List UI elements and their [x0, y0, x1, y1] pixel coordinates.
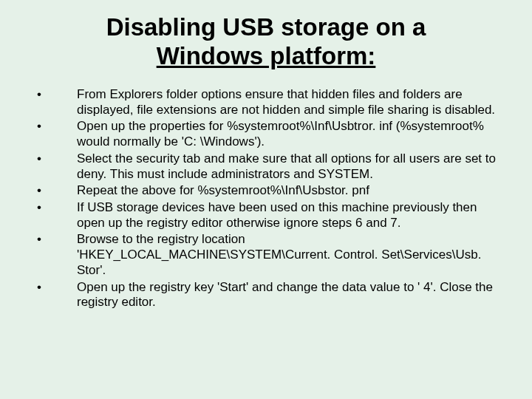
list-item: If USB storage devices have been used on…	[33, 200, 499, 231]
list-item: Browse to the registry location 'HKEY_LO…	[33, 232, 499, 278]
list-item: Open up the properties for %systemroot%\…	[33, 119, 499, 149]
slide-title: Disabling USB storage on a Windows platf…	[33, 13, 499, 71]
list-item: From Explorers folder options ensure tha…	[33, 87, 499, 117]
bullet-list: From Explorers folder options ensure tha…	[33, 87, 499, 310]
list-item: Select the security tab and make sure th…	[33, 151, 499, 182]
bullet-text: Open up the registry key 'Start' and cha…	[77, 280, 493, 310]
title-line-1: Disabling USB storage on a	[106, 13, 426, 41]
bullet-text: Open up the properties for %systemroot%\…	[77, 119, 484, 149]
bullet-text: Repeat the above for %systemroot%\Inf\Us…	[77, 183, 369, 197]
bullet-text: From Explorers folder options ensure tha…	[77, 87, 495, 117]
bullet-text: If USB storage devices have been used on…	[77, 200, 477, 230]
list-item: Open up the registry key 'Start' and cha…	[33, 280, 499, 310]
slide: Disabling USB storage on a Windows platf…	[0, 0, 532, 399]
list-item: Repeat the above for %systemroot%\Inf\Us…	[33, 183, 499, 199]
bullet-text: Select the security tab and make sure th…	[77, 151, 496, 181]
bullet-text: Browse to the registry location 'HKEY_LO…	[77, 232, 481, 276]
title-line-2: Windows platform:	[157, 42, 376, 69]
